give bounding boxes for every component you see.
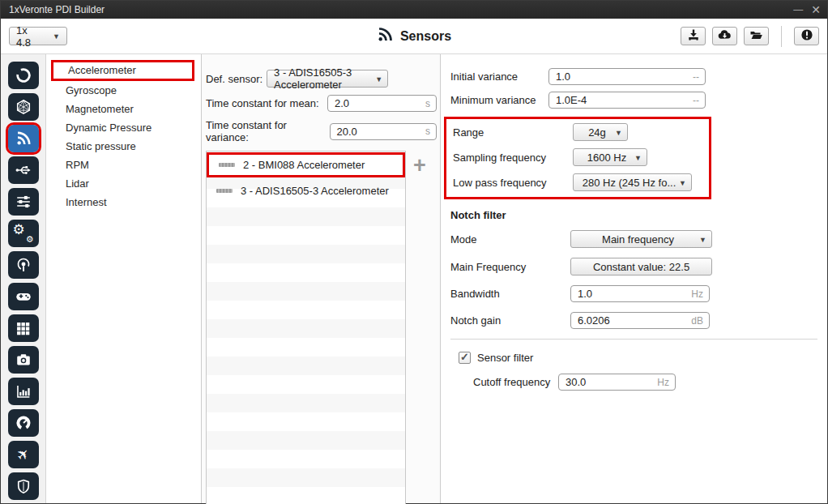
main-frequency-value: Constant value: 22.5 xyxy=(593,261,689,273)
toolbar: 1x 4.8 ▼ Sensors xyxy=(1,19,827,54)
mode-label: Mode xyxy=(450,233,570,246)
menu-item-accelerometer[interactable]: Accelerometer xyxy=(53,62,192,79)
range-dropdown[interactable]: 24g ▼ xyxy=(573,123,628,141)
toolbar-separator xyxy=(781,26,782,47)
initial-variance-value: 1.0 xyxy=(556,70,570,83)
drag-handle-icon[interactable] xyxy=(219,163,235,167)
shield-icon xyxy=(15,478,32,495)
menu-item-rpm[interactable]: RPM xyxy=(46,156,201,174)
bandwidth-input[interactable]: 1.0 Hz xyxy=(570,285,710,302)
def-sensor-dropdown[interactable]: 3 - ADIS16505-3 Accelerometer ▼ xyxy=(267,70,388,88)
low-pass-frequency-dropdown[interactable]: 280 Hz (245 Hz fo... ▼ xyxy=(573,173,692,191)
info-icon xyxy=(800,28,813,45)
minimum-variance-input[interactable]: 1.0E-4 -- xyxy=(548,92,706,109)
bandwidth-label: Bandwidth xyxy=(450,288,570,300)
mode-value: Main frequency xyxy=(602,233,674,246)
time-variance-input[interactable]: 20.0 s xyxy=(330,123,437,140)
notch-filter-heading: Notch filter xyxy=(450,209,817,221)
initial-variance-label: Initial variance xyxy=(450,70,548,83)
cutoff-frequency-unit: Hz xyxy=(657,377,669,388)
minimum-variance-label: Minimum variance xyxy=(450,94,548,106)
sidebar-item-sensors[interactable] xyxy=(8,125,39,152)
close-button[interactable]: ✕ xyxy=(811,5,821,15)
selected-menu-highlight: Accelerometer xyxy=(51,60,194,81)
time-mean-label: Time constant for mean: xyxy=(206,97,319,109)
sensor-filter-checkbox[interactable] xyxy=(459,352,471,364)
version-dropdown[interactable]: 1x 4.8 ▼ xyxy=(9,27,67,45)
sidebar-item-mesh[interactable] xyxy=(8,93,39,121)
menu-item-magnetometer[interactable]: Magnetometer xyxy=(46,100,201,118)
main-area: ⚙⚙ ✈ Accelerometer Gyroscope Magnetomete… xyxy=(1,54,827,503)
mode-dropdown[interactable]: Main frequency ▼ xyxy=(570,230,712,248)
add-sensor-button[interactable]: + xyxy=(413,156,426,504)
rss-icon xyxy=(15,130,32,147)
sidebar-item-automations[interactable]: ⚙⚙ xyxy=(8,220,39,247)
list-item-adis16505[interactable]: 3 - ADIS16505-3 Accelerometer xyxy=(207,181,405,201)
icon-sidebar: ⚙⚙ ✈ xyxy=(1,54,46,503)
page-header: Sensors xyxy=(365,26,463,46)
toolbar-actions xyxy=(681,26,819,47)
menu-item-internest[interactable]: Internest xyxy=(46,193,201,211)
page-title: Sensors xyxy=(400,29,451,44)
usb-icon xyxy=(14,161,33,179)
open-folder-button[interactable] xyxy=(744,27,769,45)
sidebar-item-veronte[interactable] xyxy=(8,62,39,89)
minimize-button[interactable]: — xyxy=(793,5,803,15)
time-variance-value: 20.0 xyxy=(337,126,357,138)
gauge-icon xyxy=(15,414,32,432)
cutoff-frequency-value: 30.0 xyxy=(566,376,586,388)
sampling-frequency-dropdown[interactable]: 1600 Hz ▼ xyxy=(573,148,647,166)
notch-gain-label: Notch gain xyxy=(450,314,570,327)
cutoff-frequency-input[interactable]: 30.0 Hz xyxy=(558,374,676,391)
sidebar-item-control[interactable] xyxy=(8,188,39,216)
menu-item-lidar[interactable]: Lidar xyxy=(46,174,201,193)
ring-icon xyxy=(15,66,32,84)
drag-handle-icon[interactable] xyxy=(216,189,233,193)
version-dropdown-value: 1x 4.8 xyxy=(16,24,41,49)
chevron-down-icon: ▼ xyxy=(679,179,686,187)
notch-gain-value: 6.0206 xyxy=(578,314,610,327)
sidebar-item-connections[interactable] xyxy=(8,156,39,184)
bandwidth-value: 1.0 xyxy=(578,288,592,300)
sidebar-item-stick[interactable] xyxy=(8,283,39,310)
def-sensor-value: 3 - ADIS16505-3 Accelerometer xyxy=(274,66,374,91)
time-mean-value: 2.0 xyxy=(335,97,349,109)
minimum-variance-unit: -- xyxy=(693,95,699,106)
cutoff-frequency-label: Cutoff frequency xyxy=(473,376,558,388)
sidebar-item-stats[interactable] xyxy=(8,378,39,405)
cloud-download-icon xyxy=(718,28,732,45)
menu-item-dynamic-pressure[interactable]: Dynamic Pressure xyxy=(46,118,201,137)
window-title: 1xVeronte PDI Builder xyxy=(9,4,105,15)
list-item-label: 3 - ADIS16505-3 Accelerometer xyxy=(241,185,389,197)
save-button[interactable] xyxy=(681,27,706,45)
rss-icon xyxy=(377,26,394,46)
sidebar-item-camera[interactable] xyxy=(8,346,39,374)
notch-gain-input[interactable]: 6.0206 dB xyxy=(570,312,710,329)
menu-item-gyroscope[interactable]: Gyroscope xyxy=(46,81,201,100)
gear-icon: ⚙ xyxy=(13,223,25,237)
initial-variance-input[interactable]: 1.0 -- xyxy=(548,68,706,85)
main-frequency-button[interactable]: Constant value: 22.5 xyxy=(570,258,712,275)
sidebar-item-telemetry[interactable] xyxy=(8,251,39,279)
minimum-variance-value: 1.0E-4 xyxy=(556,94,587,106)
sampling-frequency-value: 1600 Hz xyxy=(587,152,626,164)
main-frequency-label: Main Frequency xyxy=(450,261,570,273)
sidebar-item-hil[interactable] xyxy=(8,409,39,437)
sidebar-item-blocks[interactable] xyxy=(8,314,39,342)
sidebar-item-safety[interactable] xyxy=(8,472,39,500)
range-label: Range xyxy=(453,126,573,139)
time-mean-unit: s xyxy=(425,98,430,109)
save-icon xyxy=(687,28,700,45)
list-item-bmi088[interactable]: 2 - BMI088 Accelerometer xyxy=(209,155,403,175)
sidebar-item-operation[interactable]: ✈ xyxy=(8,441,39,468)
cloud-download-button[interactable] xyxy=(712,27,737,45)
time-mean-input[interactable]: 2.0 s xyxy=(327,95,437,112)
menu-item-static-pressure[interactable]: Static pressure xyxy=(46,137,201,156)
info-button[interactable] xyxy=(794,27,819,45)
plane-icon: ✈ xyxy=(12,444,33,465)
time-variance-unit: s xyxy=(425,126,430,137)
grid-icon xyxy=(15,320,32,337)
time-variance-label: Time constant for variance: xyxy=(206,119,330,143)
low-pass-frequency-value: 280 Hz (245 Hz fo... xyxy=(583,177,676,189)
list-item-label: 2 - BMI088 Accelerometer xyxy=(243,159,365,171)
